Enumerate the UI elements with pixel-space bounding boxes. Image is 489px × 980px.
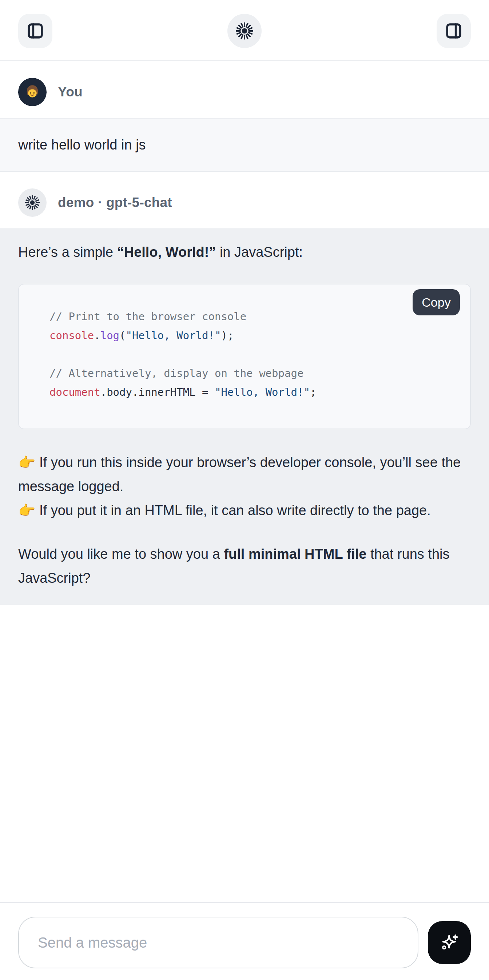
assistant-tips-text: 👉 If you run this inside your browser’s …	[18, 450, 471, 522]
assistant-sender-label: demo · gpt-5-chat	[58, 195, 172, 210]
tip-line: 👉 If you run this inside your browser’s …	[18, 455, 460, 494]
intro-bold-text: “Hello, World!”	[117, 245, 216, 260]
chat-app: You write hello world in js demo · gpt-5…	[0, 0, 489, 980]
empty-chat-space	[0, 605, 489, 902]
logo-button[interactable]	[228, 14, 261, 48]
assistant-message-header: demo · gpt-5-chat	[0, 172, 489, 228]
right-panel-toggle-button[interactable]	[436, 14, 471, 48]
composer-bar	[0, 902, 489, 980]
starburst-logo-icon	[235, 21, 254, 40]
person-emoji-icon	[23, 83, 41, 101]
user-sender-label: You	[58, 84, 83, 100]
assistant-outro-text: Would you like me to show you a full min…	[18, 542, 471, 590]
outro-bold-text: full minimal HTML file	[224, 546, 366, 562]
pointing-finger-icon: 👉	[18, 503, 35, 518]
assistant-avatar	[18, 188, 46, 217]
pointing-finger-icon: 👉	[18, 455, 35, 470]
assistant-intro-text: Here’s a simple “Hello, World!” in JavaS…	[18, 240, 471, 264]
send-button[interactable]	[428, 921, 471, 964]
code-block: Copy // Print to the browser console con…	[18, 284, 471, 429]
sparkle-icon	[439, 932, 460, 953]
user-message-header: You	[0, 61, 489, 118]
message-input[interactable]	[18, 917, 419, 968]
code-content: // Print to the browser console console.…	[49, 307, 456, 402]
copy-button[interactable]: Copy	[413, 289, 460, 315]
starburst-avatar-icon	[24, 195, 40, 211]
user-message-text: write hello world in js	[18, 136, 471, 154]
panel-right-icon	[444, 22, 463, 40]
assistant-message-bubble: Here’s a simple “Hello, World!” in JavaS…	[0, 228, 489, 605]
sidebar-toggle-button[interactable]	[18, 14, 53, 48]
tip-line: 👉 If you put it in an HTML file, it can …	[18, 503, 431, 518]
user-message-bubble: write hello world in js	[0, 118, 489, 172]
panel-left-icon	[26, 22, 45, 40]
top-bar	[0, 0, 489, 61]
user-message: You write hello world in js	[0, 61, 489, 172]
assistant-message: demo · gpt-5-chat Here’s a simple “Hello…	[0, 172, 489, 605]
user-avatar	[18, 78, 46, 106]
